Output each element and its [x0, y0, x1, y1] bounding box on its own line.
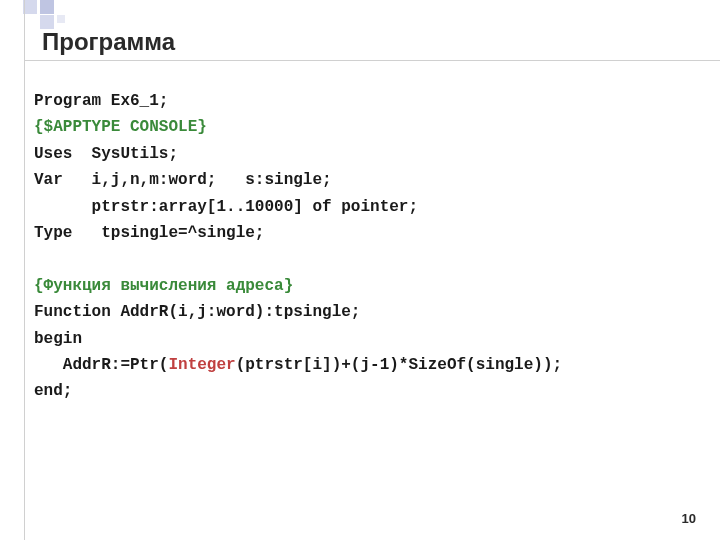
code-text: (ptrstr[i])+(j-1)*SizeOf(single));	[236, 356, 562, 374]
code-line: {$APPTYPE CONSOLE}	[34, 114, 562, 140]
deco-square	[23, 0, 37, 14]
deco-square	[40, 0, 54, 14]
code-line: end;	[34, 378, 562, 404]
code-line: {Функция вычисления адреса}	[34, 273, 562, 299]
code-line: Program Ex6_1;	[34, 88, 562, 114]
deco-square	[40, 15, 54, 29]
code-line: Function AddrR(i,j:word):tpsingle;	[34, 299, 562, 325]
code-highlight: Integer	[168, 356, 235, 374]
code-line: begin	[34, 326, 562, 352]
code-line: AddrR:=Ptr(Integer(ptrstr[i])+(j-1)*Size…	[34, 352, 562, 378]
code-line: ptrstr:array[1..10000] of pointer;	[34, 194, 562, 220]
deco-square	[57, 15, 65, 23]
code-line: Type tpsingle=^single;	[34, 220, 562, 246]
code-line: Uses SysUtils;	[34, 141, 562, 167]
slide-title: Программа	[42, 28, 175, 56]
code-line: Var i,j,n,m:word; s:single;	[34, 167, 562, 193]
code-line	[34, 246, 562, 272]
page-number: 10	[682, 511, 696, 526]
code-listing: Program Ex6_1; {$APPTYPE CONSOLE} Uses S…	[34, 88, 562, 405]
vertical-rule	[24, 0, 25, 540]
code-text: AddrR:=Ptr(	[34, 356, 168, 374]
horizontal-rule	[24, 60, 720, 61]
